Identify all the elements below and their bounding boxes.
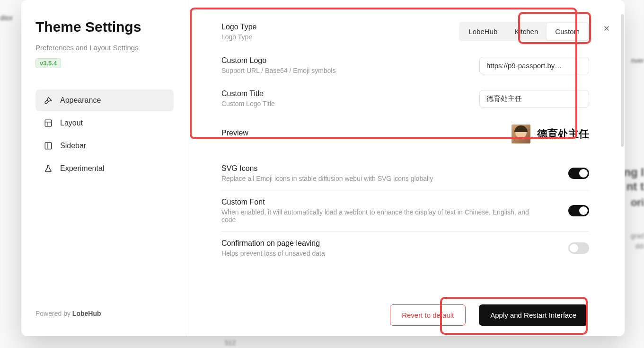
close-button[interactable]	[601, 23, 612, 34]
apply-button[interactable]: Apply and Restart Interface	[479, 304, 588, 326]
nav-item-label: Sidebar	[60, 142, 86, 150]
sidebar-footer: Powered by LobeHub	[35, 310, 174, 317]
sidebar-icon	[44, 142, 53, 150]
logo-type-segmented: LobeHub Kitchen Custom	[459, 22, 589, 41]
bg-text: ng I	[624, 166, 644, 179]
setting-desc: When enabled, it will automatically load…	[221, 208, 543, 223]
setting-desc: Helps prevent loss of unsaved data	[221, 250, 568, 257]
confirmation-toggle[interactable]	[568, 242, 589, 254]
brush-icon	[44, 96, 53, 105]
setting-title: Custom Font	[221, 198, 543, 206]
setting-preview: Preview 德育处主任	[221, 115, 589, 151]
setting-title: Logo Type	[221, 23, 459, 31]
svg-icons-toggle[interactable]	[568, 168, 589, 179]
segmented-option-lobehub[interactable]: LobeHub	[460, 23, 506, 40]
bg-text: ori	[631, 196, 644, 209]
setting-desc: Replace all Emoji icons in stable diffus…	[221, 175, 568, 182]
setting-desc: Support URL / Base64 / Emoji symbols	[221, 67, 479, 74]
bg-text: ditor	[0, 14, 13, 22]
flask-icon	[44, 164, 53, 173]
settings-group: Logo Type Logo Type LobeHub Kitchen Cust…	[188, 0, 625, 269]
setting-label: Custom Font When enabled, it will automa…	[221, 198, 543, 223]
layout-icon	[44, 119, 53, 127]
setting-custom-title: Custom Title Custom Logo Title	[221, 82, 589, 115]
nav-list: Appearance Layout Sidebar Experimental	[35, 89, 174, 180]
toggle-knob	[579, 169, 588, 178]
footer-actions: Revert to default Apply and Restart Inte…	[390, 304, 588, 326]
powered-by-text: Powered by	[35, 310, 72, 317]
setting-label: Logo Type Logo Type	[221, 23, 459, 41]
nav-item-label: Layout	[60, 119, 83, 127]
nav-item-label: Appearance	[60, 96, 101, 105]
nav-item-layout[interactable]: Layout	[35, 112, 174, 134]
setting-desc: Custom Logo Title	[221, 100, 479, 107]
powered-by-brand: LobeHub	[72, 310, 101, 317]
version-badge: v3.5.4	[35, 58, 61, 68]
bg-text: ddi	[635, 242, 644, 250]
modal-content: Logo Type Logo Type LobeHub Kitchen Cust…	[188, 0, 625, 336]
nav-item-experimental[interactable]: Experimental	[35, 158, 174, 179]
setting-title: Custom Title	[221, 89, 479, 98]
setting-custom-logo: Custom Logo Support URL / Base64 / Emoji…	[221, 49, 589, 82]
setting-desc: Logo Type	[221, 33, 459, 41]
bg-text: grad	[631, 232, 644, 240]
bg-text: 512	[225, 339, 236, 347]
setting-title: Confirmation on page leaving	[221, 239, 568, 248]
scrollbar[interactable]	[621, 14, 624, 147]
custom-font-toggle[interactable]	[568, 205, 589, 216]
toggle-knob	[570, 244, 578, 252]
custom-logo-input[interactable]	[479, 57, 589, 74]
sidebar-title: Theme Settings	[35, 19, 174, 35]
bg-text: nt t	[626, 180, 644, 193]
theme-settings-modal: Theme Settings Preferences and Layout Se…	[21, 0, 625, 336]
svg-rect-0	[45, 120, 52, 126]
setting-label: SVG Icons Replace all Emoji icons in sta…	[221, 164, 568, 182]
preview-label: Preview	[221, 129, 248, 137]
setting-label: Custom Logo Support URL / Base64 / Emoji…	[221, 56, 479, 74]
setting-label: Custom Title Custom Logo Title	[221, 89, 479, 107]
close-icon	[602, 24, 611, 33]
nav-item-sidebar[interactable]: Sidebar	[35, 135, 174, 157]
setting-svg-icons: SVG Icons Replace all Emoji icons in sta…	[221, 151, 589, 190]
preview-title-text: 德育处主任	[537, 127, 589, 141]
bg-text: nver	[631, 57, 644, 64]
segmented-option-custom[interactable]: Custom	[547, 23, 588, 40]
setting-title: Custom Logo	[221, 56, 479, 65]
modal-sidebar: Theme Settings Preferences and Layout Se…	[21, 0, 188, 336]
setting-title: SVG Icons	[221, 164, 568, 173]
segmented-option-kitchen[interactable]: Kitchen	[506, 23, 547, 40]
setting-custom-font: Custom Font When enabled, it will automa…	[221, 190, 589, 232]
nav-item-label: Experimental	[60, 164, 104, 173]
preview-avatar	[512, 125, 530, 143]
toggle-knob	[579, 206, 588, 215]
setting-confirmation: Confirmation on page leaving Helps preve…	[221, 232, 589, 265]
preview-content: 德育处主任	[512, 125, 589, 143]
setting-label: Confirmation on page leaving Helps preve…	[221, 239, 568, 257]
nav-item-appearance[interactable]: Appearance	[35, 89, 174, 111]
svg-rect-3	[45, 143, 52, 149]
setting-logo-type: Logo Type Logo Type LobeHub Kitchen Cust…	[221, 14, 589, 49]
revert-button[interactable]: Revert to default	[390, 304, 466, 326]
custom-title-input[interactable]	[479, 90, 589, 107]
sidebar-subtitle: Preferences and Layout Settings	[35, 44, 174, 52]
